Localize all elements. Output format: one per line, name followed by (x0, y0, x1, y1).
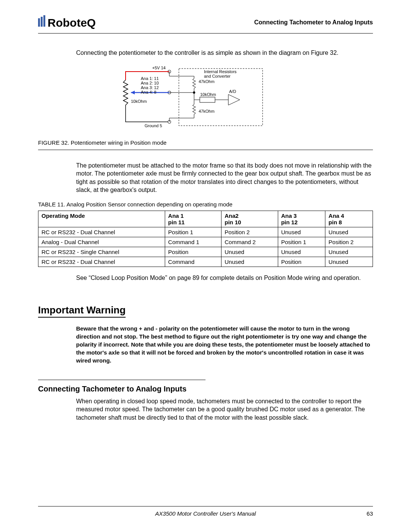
logo-bars-icon (38, 15, 46, 27)
svg-marker-3 (131, 91, 135, 94)
page: RoboteQ Connecting Tachometer to Analog … (0, 0, 411, 532)
table-cell: Unused (221, 257, 278, 267)
label-r1: 47kOhm (199, 79, 215, 84)
label-ana1: Ana 1: 11 (141, 76, 159, 81)
table-cell: Unused (325, 257, 373, 267)
warning-text: Beware that the wrong + and - polarity o… (38, 324, 373, 364)
svg-rect-10 (200, 97, 215, 102)
table-cell: Position (165, 247, 221, 257)
table-cell: Position 1 (165, 227, 221, 237)
table-cell: Unused (278, 247, 325, 257)
diagram-figure: +5V 14 (114, 65, 373, 135)
page-footer: AX3500 Motor Controller User's Manual 63 (38, 506, 373, 517)
footer-page-number: 63 (366, 510, 373, 517)
footer-manual-title: AX3500 Motor Controller User's Manual (155, 510, 256, 517)
logo-text: RoboteQ (48, 16, 96, 29)
th-ana1: Ana 1 pin 11 (165, 211, 221, 227)
svg-marker-16 (228, 94, 240, 105)
label-ground: Ground 5 (145, 123, 162, 128)
figure-caption: FIGURE 32. Potentiometer wiring in Posit… (38, 139, 373, 150)
label-ana3: Ana 3: 12 (141, 85, 159, 90)
table-row: RC or RS232 - Dual ChannelCommandUnusedP… (38, 257, 373, 267)
section-heading: Connecting Tachometer to Analog Inputs (38, 385, 373, 393)
th-ana4: Ana 4 pin 8 (325, 211, 373, 227)
table-cell: Unused (221, 247, 278, 257)
header-section-title: Connecting Tachometer to Analog Inputs (254, 19, 373, 26)
table-caption: TABLE 11. Analog Position Sensor connect… (38, 201, 373, 208)
th-ana3: Ana 3 pin 12 (278, 211, 325, 227)
table-row: RC or RS232 - Single ChannelPositionUnus… (38, 247, 373, 257)
label-pot: 10kOhm (131, 99, 147, 104)
table-cell: RC or RS232 - Dual Channel (38, 227, 165, 237)
table-cell: RC or RS232 - Dual Channel (38, 257, 165, 267)
table-header-row: Operating Mode Ana 1 pin 11 Ana2 pin 10 … (38, 211, 373, 227)
table-row: RC or RS232 - Dual ChannelPosition 1Posi… (38, 227, 373, 237)
page-header: RoboteQ Connecting Tachometer to Analog … (38, 15, 373, 34)
table-cell: Position (278, 257, 325, 267)
label-5v: +5V 14 (152, 66, 166, 70)
table-cell: Position 2 (325, 237, 373, 247)
label-ana2: Ana 2: 10 (141, 81, 159, 85)
potentiometer-diagram: +5V 14 (114, 65, 274, 133)
table-cell: Unused (325, 227, 373, 237)
see-reference-paragraph: See “Closed Loop Position Mode” on page … (38, 274, 373, 282)
table-cell: Position 2 (221, 227, 278, 237)
label-r3: 47kOhm (199, 109, 215, 113)
table-cell: Analog - Dual Channel (38, 237, 165, 247)
warning-heading: Important Warning (38, 304, 126, 318)
label-ad: A/D (229, 89, 236, 94)
table-cell: Command 2 (221, 237, 278, 247)
table-cell: Unused (278, 227, 325, 237)
th-mode: Operating Mode (38, 211, 165, 227)
table-cell: Unused (325, 247, 373, 257)
th-ana2: Ana2 pin 10 (221, 211, 278, 227)
label-r2: 10kOhm (200, 92, 216, 97)
section-divider (38, 380, 206, 380)
intro-paragraph: Connecting the potentiometer to the cont… (38, 49, 373, 57)
table-cell: Command 1 (165, 237, 221, 247)
table-cell: Position 1 (278, 237, 325, 247)
label-internal: Internal Resistors and Converter (204, 69, 238, 78)
tachometer-paragraph: When operating in closed loop speed mode… (38, 397, 373, 422)
analog-pin-table: Operating Mode Ana 1 pin 11 Ana2 pin 10 … (38, 211, 373, 267)
label-ana4: Ana 4: 8 (141, 90, 156, 94)
pot-mount-paragraph: The potentiometer must be attached to th… (38, 161, 373, 194)
table-cell: Command (165, 257, 221, 267)
table-row: Analog - Dual ChannelCommand 1Command 2P… (38, 237, 373, 247)
table-cell: RC or RS232 - Single Channel (38, 247, 165, 257)
logo: RoboteQ (38, 15, 96, 29)
